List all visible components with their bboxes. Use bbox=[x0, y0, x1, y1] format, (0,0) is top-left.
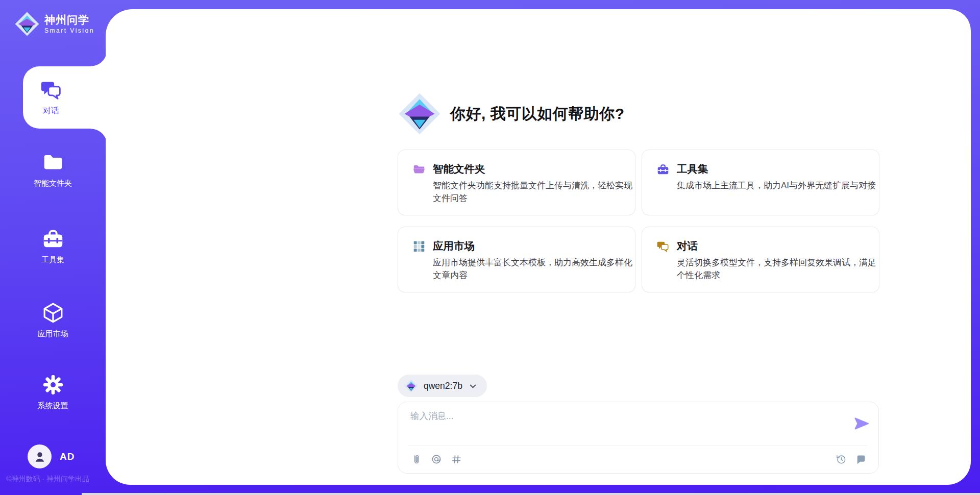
new-chat-button[interactable] bbox=[855, 453, 867, 465]
gear-icon bbox=[41, 373, 65, 397]
composer-toolbar bbox=[410, 451, 867, 467]
bottom-scrollbar[interactable] bbox=[82, 493, 980, 495]
greeting: 你好, 我可以如何帮助你? bbox=[398, 92, 625, 136]
feature-cards: 智能文件夹 智能文件夹功能支持批量文件上传与清洗，轻松实现文件问答 工具 bbox=[398, 150, 879, 292]
sidebar-item-settings[interactable]: 系统设置 bbox=[0, 373, 106, 411]
brand-logo: 神州问学 Smart Vision bbox=[14, 11, 94, 37]
card-title: 智能文件夹 bbox=[433, 162, 485, 176]
paperclip-icon bbox=[411, 454, 422, 465]
person-icon bbox=[33, 450, 46, 463]
sidebar-item-chat[interactable]: 对话 bbox=[23, 66, 107, 129]
sidebar-item-label: 应用市场 bbox=[38, 329, 68, 339]
sidebar-item-label: 智能文件夹 bbox=[34, 179, 72, 188]
folder-open-icon bbox=[412, 163, 426, 176]
greeting-text: 你好, 我可以如何帮助你? bbox=[450, 104, 625, 125]
sidebar: 神州问学 Smart Vision 对话 智能文件夹 bbox=[0, 0, 107, 495]
user-initials: AD bbox=[60, 451, 75, 462]
card-description: 应用市场提供丰富长文本模板，助力高效生成多样化文章内容 bbox=[433, 256, 634, 282]
chat-bubble-icon bbox=[855, 454, 867, 465]
hash-button[interactable] bbox=[450, 453, 462, 465]
brand-subtitle: Smart Vision bbox=[44, 27, 94, 34]
composer-toolbar-right bbox=[835, 453, 867, 465]
model-selector[interactable]: qwen2:7b bbox=[398, 375, 487, 397]
sidebar-item-toolset[interactable]: 工具集 bbox=[0, 227, 106, 265]
card-description: 集成市场上主流工具，助力AI与外界无缝扩展与对接 bbox=[677, 179, 878, 192]
user-menu[interactable]: AD bbox=[28, 444, 75, 468]
main-panel: 你好, 我可以如何帮助你? 智能文件夹 智能文件夹功能支持批量文件上传与清洗，轻… bbox=[106, 9, 971, 485]
mention-button[interactable] bbox=[430, 453, 443, 465]
history-icon bbox=[836, 454, 847, 465]
history-button[interactable] bbox=[835, 453, 847, 465]
model-name: qwen2:7b bbox=[424, 381, 462, 391]
message-input[interactable] bbox=[410, 410, 839, 441]
hash-icon bbox=[451, 454, 462, 465]
sidebar-item-label: 对话 bbox=[43, 106, 59, 116]
grid-icon bbox=[412, 240, 426, 253]
brand-diamond-icon bbox=[14, 11, 40, 37]
toolbox-icon bbox=[656, 163, 670, 176]
card-app-market[interactable]: 应用市场 应用市场提供丰富长文本模板，助力高效生成多样化文章内容 bbox=[398, 227, 635, 292]
card-title: 工具集 bbox=[677, 162, 708, 176]
chat-icon bbox=[40, 79, 63, 102]
cube-icon bbox=[41, 301, 65, 325]
send-button[interactable] bbox=[853, 415, 870, 432]
attach-button[interactable] bbox=[410, 453, 423, 465]
brand-diamond-icon bbox=[398, 92, 442, 136]
toolbox-icon bbox=[41, 227, 65, 251]
sidebar-item-app-market[interactable]: 应用市场 bbox=[0, 301, 106, 339]
at-icon bbox=[431, 454, 442, 465]
send-icon bbox=[853, 415, 870, 432]
avatar bbox=[28, 444, 52, 468]
card-description: 智能文件夹功能支持批量文件上传与清洗，轻松实现文件问答 bbox=[433, 179, 634, 205]
card-toolset[interactable]: 工具集 集成市场上主流工具，助力AI与外界无缝扩展与对接 bbox=[642, 150, 879, 215]
card-smart-folder[interactable]: 智能文件夹 智能文件夹功能支持批量文件上传与清洗，轻松实现文件问答 bbox=[398, 150, 635, 215]
folder-icon bbox=[41, 151, 65, 174]
card-title: 对话 bbox=[677, 239, 698, 253]
card-description: 灵活切换多模型文件，支持多样回复效果调试，满足个性化需求 bbox=[677, 256, 878, 282]
brand-diamond-icon bbox=[404, 379, 418, 393]
message-composer bbox=[398, 402, 879, 474]
sidebar-footer: ©神州数码 · 神州问学出品 bbox=[6, 475, 108, 484]
sidebar-item-label: 工具集 bbox=[41, 255, 64, 265]
sidebar-item-smart-folder[interactable]: 智能文件夹 bbox=[0, 151, 106, 188]
sidebar-item-label: 系统设置 bbox=[38, 401, 68, 411]
chevron-down-icon bbox=[468, 381, 478, 391]
card-chat[interactable]: 对话 灵活切换多模型文件，支持多样回复效果调试，满足个性化需求 bbox=[642, 227, 879, 292]
brand-name: 神州问学 bbox=[44, 14, 94, 26]
chat-icon bbox=[656, 240, 670, 253]
composer-divider bbox=[408, 445, 867, 445]
card-title: 应用市场 bbox=[433, 239, 475, 253]
